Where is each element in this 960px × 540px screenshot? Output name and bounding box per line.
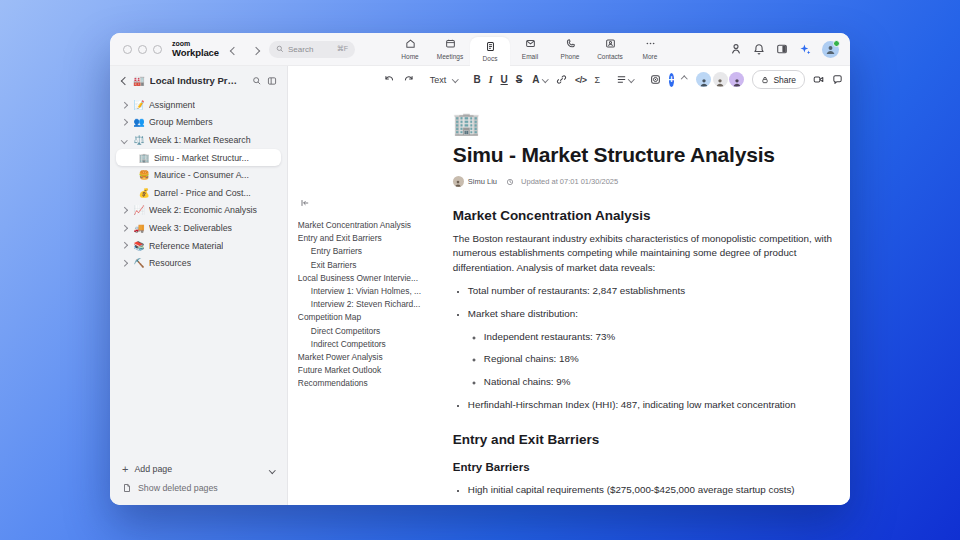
collapse-toolbar-button[interactable] bbox=[682, 77, 687, 82]
tab-contacts[interactable]: Contacts bbox=[590, 33, 630, 65]
bullet-item[interactable]: Total number of restaurants: 2,847 estab… bbox=[468, 284, 850, 297]
section-heading[interactable]: Entry Barriers bbox=[453, 461, 850, 473]
chevron-right-icon[interactable] bbox=[121, 225, 127, 231]
outline-item[interactable]: Entry and Exit Barriers bbox=[298, 232, 450, 245]
user-avatar[interactable] bbox=[822, 41, 839, 58]
outline-item[interactable]: Local Business Owner Intervie... bbox=[298, 272, 450, 285]
outline-item[interactable]: Market Power Analysis bbox=[298, 351, 450, 364]
sidebar-item[interactable]: 🚚Week 3: Deliverables bbox=[116, 219, 281, 237]
sidebar-item[interactable]: ⚖️Week 1: Market Research bbox=[116, 131, 281, 149]
bullet-item[interactable]: Herfindahl-Hirschman Index (HHI): 487, i… bbox=[468, 398, 850, 411]
formula-button[interactable]: Σ bbox=[594, 75, 600, 85]
document-canvas[interactable]: 🏢 Simu - Market Structure Analysis Simu … bbox=[453, 93, 850, 505]
tab-docs[interactable]: Docs bbox=[470, 37, 510, 66]
nav-forward-button[interactable] bbox=[253, 40, 259, 58]
share-label: Share bbox=[773, 75, 796, 85]
chevron-right-icon[interactable] bbox=[121, 102, 127, 108]
emoji-picker-button[interactable] bbox=[650, 74, 661, 85]
outline-item[interactable]: Market Concentration Analysis bbox=[298, 219, 450, 232]
tab-meetings[interactable]: Meetings bbox=[430, 33, 470, 65]
outline-item[interactable]: Competition Map bbox=[298, 311, 450, 324]
close-window-button[interactable] bbox=[123, 45, 132, 54]
text-color-dropdown[interactable]: A bbox=[530, 74, 548, 85]
sidebar-item[interactable]: 📈Week 2: Economic Analysis bbox=[116, 202, 281, 220]
sidebar-item[interactable]: 👥Group Members bbox=[116, 114, 281, 132]
sidebar-item-label: Resources bbox=[149, 258, 191, 268]
paragraph[interactable]: The Boston restaurant industry exhibits … bbox=[453, 232, 850, 275]
list-format-dropdown[interactable] bbox=[616, 74, 634, 85]
collaborator-avatars[interactable] bbox=[695, 72, 745, 87]
collaborator-avatar-3[interactable] bbox=[729, 72, 744, 87]
redo-button[interactable] bbox=[403, 74, 414, 85]
ai-companion-icon[interactable] bbox=[799, 43, 811, 55]
outline-item[interactable]: Direct Competitors bbox=[298, 325, 450, 338]
document-emoji-icon[interactable]: 🏢 bbox=[453, 112, 850, 136]
section-heading[interactable]: Entry and Exit Barriers bbox=[453, 432, 850, 447]
tab-home[interactable]: Home bbox=[390, 33, 430, 65]
panel-toggle-icon[interactable] bbox=[776, 43, 788, 55]
bold-button[interactable]: B bbox=[473, 74, 480, 85]
chevron-right-icon[interactable] bbox=[121, 242, 127, 248]
account-icon[interactable] bbox=[730, 43, 742, 55]
minimize-window-button[interactable] bbox=[138, 45, 147, 54]
sidebar-item[interactable]: 🏢Simu - Market Structur... bbox=[116, 149, 281, 167]
bullet-item[interactable]: High initial capital requirements ($275,… bbox=[468, 483, 850, 496]
logo-workplace: Workplace bbox=[172, 48, 219, 58]
sidebar-item[interactable]: 💰Darrel - Price and Cost... bbox=[116, 184, 281, 202]
project-title: Local Industry Project bbox=[150, 75, 242, 86]
insert-plus-button[interactable]: + bbox=[669, 73, 675, 87]
video-camera-icon[interactable] bbox=[813, 74, 824, 85]
text-style-dropdown[interactable]: Text bbox=[430, 75, 458, 85]
chevron-down-icon[interactable] bbox=[121, 137, 127, 143]
outline-item[interactable]: Interview 1: Vivian Holmes, ... bbox=[298, 285, 450, 298]
chevron-right-icon[interactable] bbox=[121, 207, 127, 213]
sidebar-item[interactable]: ⛏️Resources bbox=[116, 254, 281, 272]
maximize-window-button[interactable] bbox=[153, 45, 162, 54]
share-button[interactable]: Share bbox=[752, 70, 805, 89]
window-controls[interactable] bbox=[110, 45, 172, 54]
section-heading[interactable]: Market Concentration Analysis bbox=[453, 208, 850, 223]
document-title[interactable]: Simu - Market Structure Analysis bbox=[453, 143, 850, 167]
outline-collapse-button[interactable] bbox=[300, 198, 450, 210]
chevron-right-icon[interactable] bbox=[121, 260, 127, 266]
link-button[interactable] bbox=[556, 74, 567, 85]
sidebar-item[interactable]: 📝Assignment bbox=[116, 96, 281, 114]
chevron-right-icon[interactable] bbox=[121, 119, 127, 125]
outline-item[interactable]: Entry Barriers bbox=[298, 245, 450, 258]
italic-button[interactable]: I bbox=[489, 74, 493, 85]
collaborator-avatar-1[interactable] bbox=[696, 72, 711, 87]
outline-item[interactable]: Exit Barriers bbox=[298, 259, 450, 272]
sub-bullet-item[interactable]: Regional chains: 18% bbox=[484, 352, 850, 365]
nav-back-button[interactable] bbox=[231, 40, 237, 58]
page-emoji-icon: 🏢 bbox=[138, 153, 150, 163]
top-bar: zoom Workplace Search ⌘F HomeMeetingsDoc… bbox=[110, 33, 850, 66]
collaborator-avatar-2[interactable] bbox=[713, 72, 728, 87]
add-page-button[interactable]: + Add page bbox=[122, 464, 275, 474]
sub-bullet-item[interactable]: Independent restaurants: 73% bbox=[484, 330, 850, 343]
outline-item[interactable]: Indirect Competitors bbox=[298, 338, 450, 351]
comments-icon[interactable] bbox=[832, 74, 843, 85]
tab-phone[interactable]: Phone bbox=[550, 33, 590, 65]
outline-item[interactable]: Recommendations bbox=[298, 377, 450, 390]
add-page-chevron-icon[interactable] bbox=[270, 464, 275, 474]
sub-bullet-item[interactable]: National chains: 9% bbox=[484, 375, 850, 388]
outline-item[interactable]: Future Market Outlook bbox=[298, 364, 450, 377]
sidebar-item[interactable]: 📚Reference Material bbox=[116, 237, 281, 255]
tab-email[interactable]: Email bbox=[510, 33, 550, 65]
tab-more[interactable]: More bbox=[630, 33, 670, 65]
sidebar-item[interactable]: 🍔Maurice - Consumer A... bbox=[116, 166, 281, 184]
undo-button[interactable] bbox=[384, 74, 395, 85]
app-tabs: HomeMeetingsDocsEmailPhoneContactsMore bbox=[390, 33, 670, 65]
sidebar-collapse-icon[interactable] bbox=[267, 76, 277, 86]
code-button[interactable]: </> bbox=[575, 75, 587, 85]
show-deleted-pages-button[interactable]: Show deleted pages bbox=[122, 483, 275, 493]
bullet-item[interactable]: Market share distribution:Independent re… bbox=[468, 307, 850, 388]
sidebar-search-icon[interactable] bbox=[252, 76, 262, 86]
sidebar-back-button[interactable] bbox=[122, 75, 128, 86]
search-input[interactable]: Search ⌘F bbox=[269, 41, 355, 58]
updated-timestamp: Updated at 07:01 01/30/2025 bbox=[521, 177, 618, 186]
outline-item[interactable]: Interview 2: Steven Richard... bbox=[298, 298, 450, 311]
strikethrough-button[interactable]: S bbox=[516, 74, 523, 85]
notifications-icon[interactable] bbox=[753, 43, 765, 55]
underline-button[interactable]: U bbox=[501, 74, 508, 85]
